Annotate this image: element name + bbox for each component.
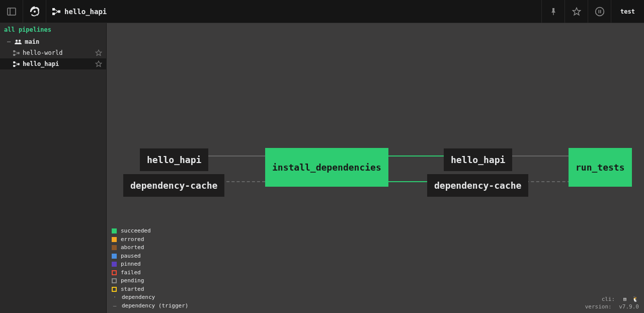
legend-swatch-succeeded bbox=[112, 228, 117, 233]
svg-rect-23 bbox=[18, 63, 20, 65]
legend-swatch-errored bbox=[112, 237, 117, 242]
pipeline-label: hello_hapi bbox=[23, 60, 59, 67]
star-icon bbox=[572, 7, 581, 16]
resource-dependency-cache-2[interactable]: dependency-cache bbox=[427, 174, 528, 197]
legend-swatch-failed bbox=[112, 270, 117, 275]
svg-rect-5 bbox=[58, 10, 60, 13]
version-row: version: v7.9.0 bbox=[585, 303, 639, 310]
pin-icon bbox=[549, 8, 557, 16]
cli-windows-icon[interactable]: ⊞ bbox=[623, 296, 627, 302]
user-label: test bbox=[620, 8, 635, 15]
footer-info: cli: ⊞ 🐧 version: v7.9.0 bbox=[585, 295, 639, 310]
collapse-icon: – bbox=[7, 38, 11, 45]
svg-line-24 bbox=[15, 62, 18, 64]
svg-rect-8 bbox=[553, 13, 553, 15]
pause-button[interactable] bbox=[588, 0, 611, 23]
svg-rect-3 bbox=[52, 8, 55, 11]
svg-marker-9 bbox=[573, 8, 580, 15]
topbar-left: hello_hapi bbox=[0, 0, 113, 23]
sidebar: all pipelines – main hello-world bbox=[0, 23, 107, 313]
svg-line-7 bbox=[55, 12, 58, 14]
cli-linux-icon[interactable]: 🐧 bbox=[632, 296, 639, 302]
legend-dep-line: – bbox=[112, 302, 118, 310]
legend-swatch-started bbox=[112, 287, 117, 292]
svg-point-13 bbox=[16, 40, 18, 42]
svg-rect-0 bbox=[8, 8, 16, 15]
legend-swatch-aborted bbox=[112, 245, 117, 250]
legend-swatch-pending bbox=[112, 278, 117, 283]
svg-point-14 bbox=[19, 40, 21, 42]
logo-button[interactable] bbox=[23, 0, 46, 23]
topbar: hello_hapi test bbox=[0, 0, 644, 23]
team-icon bbox=[15, 39, 22, 44]
legend: succeeded errored aborted paused pinned … bbox=[112, 227, 188, 310]
star-icon[interactable] bbox=[95, 60, 102, 67]
resource-hello-hapi-2[interactable]: hello_hapi bbox=[444, 148, 512, 171]
main-layout: all pipelines – main hello-world bbox=[0, 23, 644, 313]
breadcrumb-pipeline-name[interactable]: hello_hapi bbox=[64, 8, 107, 16]
job-run-tests[interactable]: run_tests bbox=[569, 148, 632, 187]
concourse-logo-icon bbox=[28, 5, 41, 18]
breadcrumb: hello_hapi bbox=[46, 8, 113, 16]
user-menu[interactable]: test bbox=[611, 0, 644, 23]
sidebar-toggle-button[interactable] bbox=[0, 0, 23, 23]
legend-swatch-pinned bbox=[112, 262, 117, 267]
svg-line-25 bbox=[15, 64, 18, 66]
topbar-right: test bbox=[541, 0, 644, 23]
legend-dep-dot: · bbox=[112, 293, 118, 302]
edge-r4-j2 bbox=[526, 181, 571, 182]
edge-r2-j1 bbox=[221, 181, 265, 182]
star-icon[interactable] bbox=[95, 49, 102, 56]
svg-rect-21 bbox=[13, 61, 15, 63]
pipeline-icon bbox=[52, 8, 60, 15]
pipeline-icon bbox=[13, 50, 20, 56]
sidebar-header: all pipelines bbox=[0, 23, 106, 36]
svg-rect-22 bbox=[13, 65, 15, 67]
favorite-button[interactable] bbox=[565, 0, 588, 23]
svg-point-2 bbox=[33, 10, 35, 12]
svg-line-6 bbox=[55, 9, 58, 12]
svg-rect-4 bbox=[52, 13, 55, 15]
svg-point-10 bbox=[595, 7, 604, 16]
pipeline-icon bbox=[13, 61, 20, 67]
svg-line-19 bbox=[15, 53, 18, 55]
svg-rect-16 bbox=[13, 54, 15, 56]
team-name: main bbox=[25, 38, 39, 45]
resource-dependency-cache-1[interactable]: dependency-cache bbox=[123, 174, 224, 197]
edge-j1-r3 bbox=[386, 155, 446, 156]
edge-j1-r4 bbox=[386, 181, 431, 182]
job-install-dependencies[interactable]: install_dependencies bbox=[265, 148, 388, 187]
svg-marker-20 bbox=[96, 50, 102, 55]
pipeline-label: hello-world bbox=[23, 49, 62, 56]
pipeline-canvas[interactable]: hello_hapi dependency-cache install_depe… bbox=[107, 23, 644, 313]
sidebar-team-main[interactable]: – main bbox=[0, 36, 106, 47]
version-value: v7.9.0 bbox=[619, 303, 639, 310]
sidebar-item-hello-hapi[interactable]: hello_hapi bbox=[0, 58, 106, 69]
edge-r1-j1 bbox=[205, 155, 265, 156]
edge-r3-j2 bbox=[508, 155, 571, 156]
pause-icon bbox=[595, 7, 605, 17]
svg-rect-17 bbox=[18, 52, 20, 54]
legend-swatch-paused bbox=[112, 254, 117, 259]
svg-rect-15 bbox=[13, 50, 15, 52]
cli-row: cli: ⊞ 🐧 bbox=[585, 296, 639, 302]
resource-hello-hapi-1[interactable]: hello_hapi bbox=[140, 148, 208, 171]
panel-icon bbox=[7, 7, 16, 16]
pin-button[interactable] bbox=[541, 0, 565, 23]
svg-marker-26 bbox=[96, 61, 102, 66]
svg-line-18 bbox=[15, 51, 18, 53]
sidebar-item-hello-world[interactable]: hello-world bbox=[0, 47, 106, 58]
